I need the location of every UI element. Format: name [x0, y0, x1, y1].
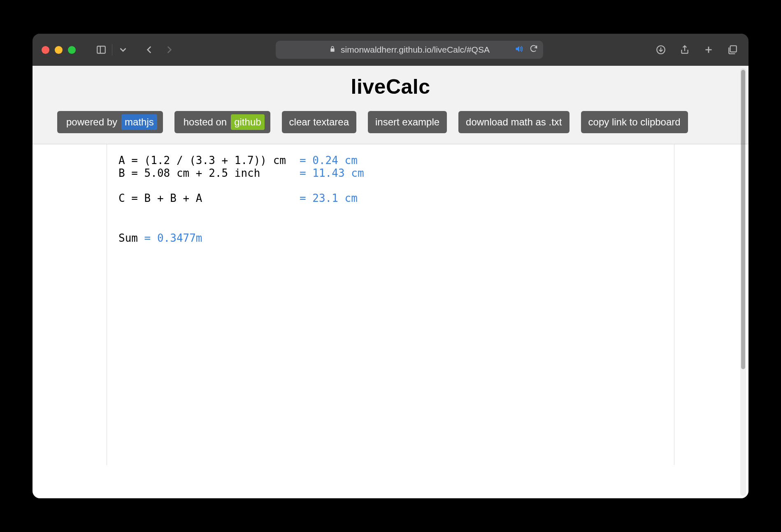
hosted-on-prefix: hosted on: [180, 114, 230, 130]
download-txt-button[interactable]: download math as .txt: [458, 111, 569, 133]
editor-result: = 11.43 cm: [300, 167, 364, 180]
editor-result: = 0.24 cm: [300, 154, 358, 167]
svg-rect-0: [97, 46, 105, 53]
reload-icon[interactable]: [529, 44, 538, 56]
minimize-window-button[interactable]: [55, 46, 63, 54]
lock-icon: [329, 45, 336, 55]
window-controls: [42, 46, 76, 54]
scrollbar[interactable]: [740, 68, 746, 496]
editor-line: A = (1.2 / (3.3 + 1.7)) cm= 0.24 cm: [119, 154, 662, 167]
clear-textarea-button[interactable]: clear textarea: [282, 111, 356, 133]
share-icon[interactable]: [678, 42, 692, 58]
audio-playing-icon[interactable]: [514, 44, 523, 56]
editor-blank-line: [119, 180, 662, 192]
page-content: liveCalc powered by mathjs hosted on git…: [33, 66, 748, 498]
tab-overview-chevron-icon[interactable]: [115, 42, 131, 58]
editor-expression: C = B + B + A: [119, 192, 300, 205]
hosted-on-button[interactable]: hosted on github: [174, 111, 270, 133]
fullscreen-window-button[interactable]: [68, 46, 76, 54]
page-title: liveCalc: [57, 75, 724, 99]
editor-shell: A = (1.2 / (3.3 + 1.7)) cm= 0.24 cmB = 5…: [33, 144, 748, 465]
new-tab-icon[interactable]: [702, 42, 716, 58]
editor-result: = 0.3477m: [138, 232, 202, 245]
editor-blank-line: [119, 205, 662, 232]
powered-by-button[interactable]: powered by mathjs: [57, 111, 163, 133]
back-button[interactable]: [141, 42, 158, 58]
header-button-row: powered by mathjs hosted on github clear…: [57, 111, 724, 133]
editor-expression: A = (1.2 / (3.3 + 1.7)) cm: [119, 154, 300, 167]
forward-button[interactable]: [161, 42, 177, 58]
powered-by-badge: mathjs: [121, 114, 157, 130]
page-header: liveCalc powered by mathjs hosted on git…: [33, 66, 748, 144]
titlebar: simonwaldherr.github.io/liveCalc/#QSA: [33, 34, 748, 66]
tab-overview-icon[interactable]: [725, 42, 739, 58]
address-bar[interactable]: simonwaldherr.github.io/liveCalc/#QSA: [276, 41, 543, 59]
toolbar-right: [654, 42, 739, 58]
editor-expression: B = 5.08 cm + 2.5 inch: [119, 167, 300, 180]
address-bar-wrap: simonwaldherr.github.io/liveCalc/#QSA: [183, 41, 636, 59]
calc-editor[interactable]: A = (1.2 / (3.3 + 1.7)) cm= 0.24 cmB = 5…: [107, 144, 674, 465]
divider: [112, 44, 112, 56]
editor-line: C = B + B + A= 23.1 cm: [119, 192, 662, 205]
sidebar-toggle-group: [93, 42, 131, 58]
hosted-on-badge: github: [231, 114, 264, 130]
browser-window: simonwaldherr.github.io/liveCalc/#QSA: [33, 34, 748, 498]
editor-expression: Sum: [119, 232, 138, 245]
nav-arrows: [141, 42, 177, 58]
powered-by-prefix: powered by: [63, 114, 121, 130]
insert-example-button[interactable]: insert example: [368, 111, 447, 133]
editor-line: Sum = 0.3477m: [119, 232, 662, 245]
downloads-icon[interactable]: [654, 42, 668, 58]
url-text: simonwaldherr.github.io/liveCalc/#QSA: [341, 45, 490, 55]
svg-rect-6: [730, 46, 737, 52]
close-window-button[interactable]: [42, 46, 49, 54]
editor-result: = 23.1 cm: [300, 192, 358, 205]
copy-link-button[interactable]: copy link to clipboard: [581, 111, 688, 133]
sidebar-toggle-icon[interactable]: [93, 42, 109, 58]
editor-line: B = 5.08 cm + 2.5 inch= 11.43 cm: [119, 167, 662, 180]
